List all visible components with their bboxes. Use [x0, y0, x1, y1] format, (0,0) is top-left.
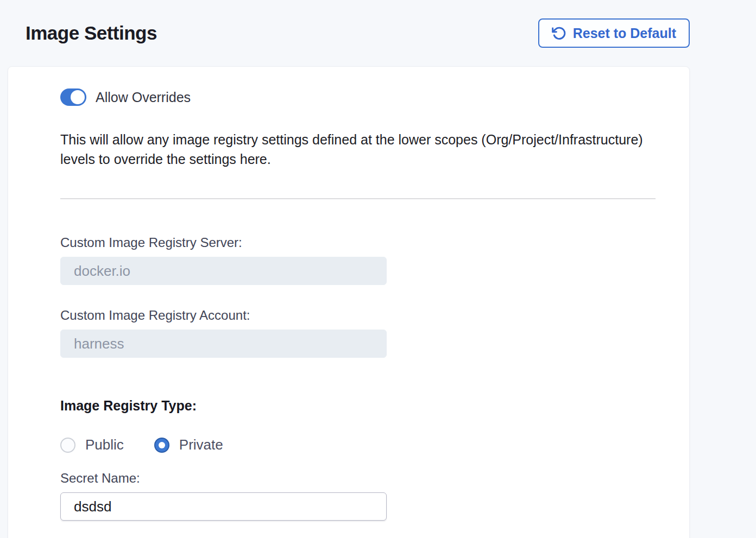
overrides-description: This will allow any image registry setti…: [60, 130, 667, 169]
radio-option-private[interactable]: Private: [154, 436, 223, 453]
section-divider: [60, 198, 656, 199]
radio-public-label: Public: [85, 436, 124, 453]
page-title: Image Settings: [26, 22, 157, 44]
registry-account-label: Custom Image Registry Account:: [60, 308, 689, 323]
allow-overrides-label: Allow Overrides: [96, 90, 191, 105]
registry-type-label: Image Registry Type:: [60, 398, 689, 414]
radio-option-public[interactable]: Public: [60, 436, 124, 453]
secret-name-label: Secret Name:: [60, 471, 689, 486]
secret-name-input[interactable]: [60, 492, 387, 521]
radio-private-circle: [154, 438, 169, 453]
allow-overrides-toggle[interactable]: [60, 88, 86, 106]
registry-server-input: [60, 257, 387, 285]
registry-server-label: Custom Image Registry Server:: [60, 235, 689, 250]
radio-private-label: Private: [179, 436, 223, 453]
toggle-knob: [71, 90, 85, 104]
registry-account-input: [60, 330, 387, 358]
registry-type-radio-group: Public Private: [60, 436, 689, 453]
radio-public-circle: [60, 438, 75, 453]
reset-to-default-button[interactable]: Reset to Default: [538, 18, 690, 48]
image-settings-card: Allow Overrides This will allow any imag…: [8, 66, 690, 538]
header-bar: Image Settings Reset to Default: [0, 0, 756, 50]
allow-overrides-row: Allow Overrides: [60, 88, 689, 106]
rotate-counterclockwise-icon: [552, 26, 566, 41]
reset-button-label: Reset to Default: [573, 26, 676, 41]
